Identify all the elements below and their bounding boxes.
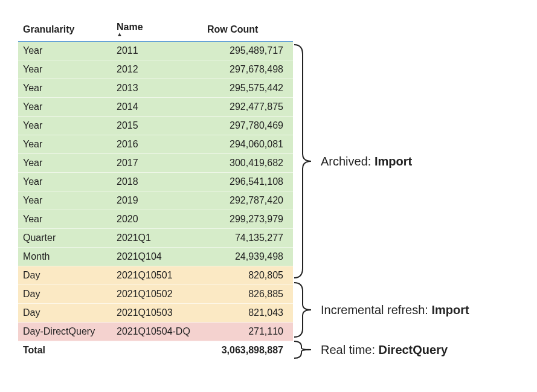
header-granularity-label: Granularity (23, 24, 74, 34)
cell-rowcount: 826,885 (202, 285, 293, 304)
table-row[interactable]: Year2011295,489,717 (18, 42, 293, 60)
annotation-realtime: Real time: DirectQuery (293, 339, 448, 360)
table-row[interactable]: Year2015297,780,469 (18, 117, 293, 135)
bracket-icon (293, 42, 315, 280)
table-row[interactable]: Year2019292,787,420 (18, 191, 293, 210)
cell-granularity: Quarter (18, 229, 112, 248)
table-row[interactable]: Year2012297,678,498 (18, 60, 293, 79)
cell-rowcount: 300,419,682 (202, 154, 293, 173)
partitions-table: Granularity Name ▲ Row Count Year2011295… (18, 18, 293, 359)
annotation-incremental-strong: Import (431, 303, 469, 316)
annotations-panel: Archived: Import Incremental refresh: Im… (293, 18, 519, 359)
table-row[interactable]: Year2020299,273,979 (18, 210, 293, 229)
cell-granularity: Year (18, 117, 112, 135)
cell-granularity: Year (18, 42, 112, 60)
sort-ascending-icon: ▲ (117, 31, 198, 37)
annotation-archived-label: Archived: Import (321, 155, 412, 169)
cell-name: 2020 (112, 210, 202, 229)
cell-rowcount: 24,939,498 (202, 248, 293, 266)
cell-rowcount: 295,489,717 (202, 42, 293, 60)
annotation-archived: Archived: Import (293, 42, 412, 280)
table-row[interactable]: Quarter2021Q174,135,277 (18, 229, 293, 248)
cell-rowcount: 271,110 (202, 323, 293, 341)
table-header-row: Granularity Name ▲ Row Count (18, 18, 293, 42)
cell-name: 2014 (112, 98, 202, 117)
table-row[interactable]: Year2014292,477,875 (18, 98, 293, 117)
cell-rowcount: 292,787,420 (202, 191, 293, 210)
table-row[interactable]: Day2021Q10503821,043 (18, 304, 293, 323)
cell-rowcount: 297,678,498 (202, 60, 293, 79)
cell-granularity: Month (18, 248, 112, 266)
table-row[interactable]: Day2021Q10501820,805 (18, 266, 293, 285)
cell-name: 2021Q1 (112, 229, 202, 248)
cell-name: 2017 (112, 154, 202, 173)
cell-name: 2011 (112, 42, 202, 60)
table-row[interactable]: Day2021Q10502826,885 (18, 285, 293, 304)
cell-granularity: Year (18, 210, 112, 229)
cell-granularity: Year (18, 135, 112, 154)
cell-rowcount: 294,060,081 (202, 135, 293, 154)
cell-granularity: Year (18, 79, 112, 98)
header-name[interactable]: Name ▲ (112, 18, 202, 42)
cell-rowcount: 820,805 (202, 266, 293, 285)
cell-granularity: Day (18, 304, 112, 323)
annotation-incremental-label: Incremental refresh: Import (321, 303, 469, 317)
table-row[interactable]: Month2021Q10424,939,498 (18, 248, 293, 266)
table-row[interactable]: Day-DirectQuery2021Q10504-DQ271,110 (18, 323, 293, 341)
bracket-icon (293, 339, 315, 360)
annotation-realtime-strong: DirectQuery (379, 343, 448, 356)
cell-rowcount: 292,477,875 (202, 98, 293, 117)
cell-rowcount: 297,780,469 (202, 117, 293, 135)
table-row-total: Total3,063,898,887 (18, 341, 293, 360)
cell-rowcount: 295,575,442 (202, 79, 293, 98)
table-row[interactable]: Year2018296,541,108 (18, 173, 293, 191)
table-row[interactable]: Year2016294,060,081 (18, 135, 293, 154)
header-granularity[interactable]: Granularity (18, 18, 112, 42)
annotation-realtime-prefix: Real time: (321, 343, 379, 356)
total-label: Total (18, 341, 112, 360)
cell-name: 2021Q10501 (112, 266, 202, 285)
bracket-icon (293, 280, 315, 339)
cell-granularity: Year (18, 191, 112, 210)
cell-granularity: Day-DirectQuery (18, 323, 112, 341)
cell-rowcount: 296,541,108 (202, 173, 293, 191)
cell-name: 2018 (112, 173, 202, 191)
annotation-archived-strong: Import (375, 155, 412, 168)
total-rowcount: 3,063,898,887 (202, 341, 293, 360)
cell-name: 2021Q10503 (112, 304, 202, 323)
header-rowcount[interactable]: Row Count (202, 18, 293, 42)
cell-rowcount: 74,135,277 (202, 229, 293, 248)
cell-name: 2013 (112, 79, 202, 98)
cell-name: 2021Q10502 (112, 285, 202, 304)
table-row[interactable]: Year2017300,419,682 (18, 154, 293, 173)
annotation-incremental-prefix: Incremental refresh: (321, 303, 431, 316)
cell-rowcount: 299,273,979 (202, 210, 293, 229)
cell-granularity: Day (18, 266, 112, 285)
header-rowcount-label: Row Count (207, 24, 258, 34)
cell-granularity: Year (18, 60, 112, 79)
cell-name: 2015 (112, 117, 202, 135)
cell-granularity: Year (18, 98, 112, 117)
cell-granularity: Year (18, 173, 112, 191)
table-row[interactable]: Year2013295,575,442 (18, 79, 293, 98)
cell-granularity: Day (18, 285, 112, 304)
cell-granularity: Year (18, 154, 112, 173)
annotation-archived-prefix: Archived: (321, 155, 375, 168)
cell-name: 2016 (112, 135, 202, 154)
annotation-incremental: Incremental refresh: Import (293, 280, 469, 339)
cell-name: 2021Q104 (112, 248, 202, 266)
annotation-realtime-label: Real time: DirectQuery (321, 343, 448, 357)
cell-rowcount: 821,043 (202, 304, 293, 323)
cell-name: 2012 (112, 60, 202, 79)
cell-name: 2019 (112, 191, 202, 210)
cell-name: 2021Q10504-DQ (112, 323, 202, 341)
